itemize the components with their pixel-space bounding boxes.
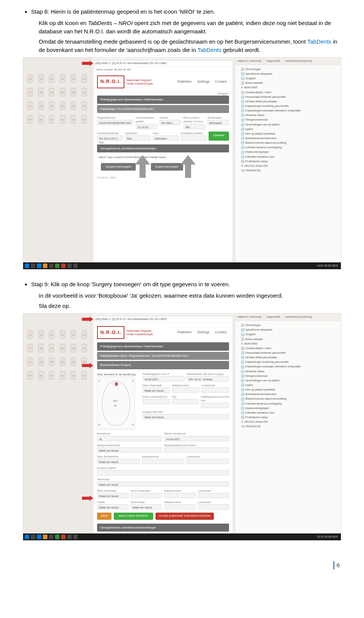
tree-item[interactable]: 5. PROCES ANALYSE bbox=[237, 164, 339, 168]
noobbio-field[interactable] bbox=[97, 470, 229, 475]
tree-item[interactable]: Verrichtingen bbox=[237, 67, 339, 72]
tree-item[interactable]: Botniveau/botvermeerders bbox=[237, 136, 339, 141]
taskbar-icon[interactable] bbox=[73, 535, 78, 539]
close-archive-button[interactable]: CLOSE & ARCHIVE THIS REGISTRATION bbox=[155, 513, 214, 519]
nav-contact[interactable]: Contact bbox=[215, 330, 227, 334]
tab-planning[interactable]: Geïndiceerde planning bbox=[283, 314, 314, 320]
tree-item[interactable]: Verhaal deficit parodontaal bbox=[237, 355, 339, 360]
tree-item[interactable]: Prothetische status bbox=[237, 159, 339, 164]
lotnr-field[interactable] bbox=[202, 387, 229, 393]
tree-item[interactable]: Zorgplan bbox=[237, 76, 339, 81]
artnr4-field[interactable] bbox=[164, 504, 196, 510]
tree-item[interactable]: Medische status bbox=[237, 113, 339, 118]
tree-item[interactable]: Edentate esthetisch vast bbox=[237, 155, 339, 159]
bottechniek-anders-field[interactable] bbox=[164, 447, 229, 453]
taskbar-icon[interactable] bbox=[49, 264, 53, 268]
aanhef-field[interactable]: Dhr Mevr bbox=[160, 120, 181, 125]
uitloggen-link[interactable]: Uitloggen bbox=[93, 92, 233, 96]
tree-item[interactable]: Implantologie monitoring parodontitis bbox=[237, 104, 339, 108]
taskbar-icon[interactable] bbox=[61, 264, 66, 268]
index-field[interactable] bbox=[143, 399, 169, 404]
nav-contact[interactable]: Contact bbox=[215, 80, 227, 83]
tree-item[interactable]: Verhaal deficit parodontaal bbox=[237, 99, 339, 104]
tree-item[interactable]: Sondeerdiepte / Index bbox=[237, 90, 339, 95]
tree-item[interactable]: Implantologie monitoring parodontitis bbox=[237, 360, 339, 364]
merkmem-field[interactable]: Maak een keuze bbox=[97, 493, 129, 498]
tree-item[interactable]: Röntgenonderzoek bbox=[237, 118, 339, 122]
nav-settings[interactable]: Settings bbox=[197, 330, 210, 334]
taskbar-icon[interactable] bbox=[55, 264, 60, 268]
taskbar-icon[interactable] bbox=[49, 535, 53, 539]
save-button[interactable]: SAVE bbox=[97, 513, 111, 519]
tab-intake[interactable]: Intake en onderzoek bbox=[235, 314, 264, 320]
tree-item[interactable]: Lijsten bbox=[237, 383, 339, 387]
opslaan-button[interactable]: Opslaan bbox=[209, 132, 229, 141]
teeth-diagram[interactable]: EU -11 1 2 3 4 bbox=[97, 376, 135, 430]
tree-item[interactable]: 4. ANATOMIE bbox=[237, 85, 339, 90]
tree-item[interactable]: Intakeoverwegingen bbox=[237, 150, 339, 154]
surgery-toevoegen-button[interactable]: Surgery toevoegen bbox=[101, 163, 136, 171]
taskbar-icon[interactable] bbox=[37, 535, 41, 539]
tab-intake[interactable]: Intake en onderzoek bbox=[235, 58, 264, 64]
taskbar-icon[interactable] bbox=[31, 535, 35, 539]
nav-settings[interactable]: Settings bbox=[197, 80, 210, 83]
tab-diagnostiek[interactable]: Diagnostiek bbox=[264, 314, 283, 320]
tree-item[interactable]: Prothetische status bbox=[237, 415, 339, 420]
artnr-field[interactable] bbox=[172, 387, 199, 393]
taskbar-icon[interactable] bbox=[67, 264, 72, 268]
lotnr4-field[interactable] bbox=[198, 504, 229, 510]
tree-item[interactable]: Intro op plaats implantaat bbox=[237, 132, 339, 136]
tree-item[interactable]: Vervrichtingen van de patiënt bbox=[237, 122, 339, 127]
plaatsing-field[interactable]: 24-08-2015 bbox=[143, 376, 185, 381]
artnr3-field[interactable] bbox=[164, 493, 196, 498]
datumbot-field[interactable]: 24-08-2015 bbox=[164, 436, 229, 441]
tree-item[interactable]: Extractie-tandloos-overkapping bbox=[237, 402, 339, 406]
behandelaar-field[interactable]: Dhr. Drs E. Jonklaar bbox=[187, 376, 229, 381]
taskbar-icon[interactable] bbox=[73, 264, 78, 268]
tree-item[interactable]: Zorgplan bbox=[237, 332, 339, 337]
nav-patienten[interactable]: Patiënten bbox=[177, 330, 191, 334]
tree-item[interactable]: 5. PROCES ANALYSE bbox=[237, 420, 339, 424]
tree-item[interactable]: 10. PROGNOSE bbox=[237, 168, 339, 173]
tree-item[interactable]: Implantologie endossale esthetisch resta… bbox=[237, 108, 339, 113]
tree-item[interactable]: Beeldvormende status-beoordeling bbox=[237, 141, 339, 145]
supra-toevoegen-button[interactable]: Supra toevoegen bbox=[151, 163, 183, 171]
soortfixatie-field[interactable]: Maak een keuze bbox=[131, 504, 162, 510]
taskbar-icon[interactable] bbox=[55, 535, 60, 539]
tree-item[interactable]: Medische status bbox=[237, 369, 339, 374]
tree-item[interactable]: Intro op plaats implantaat bbox=[237, 387, 339, 392]
land-field[interactable]: Nederland bbox=[153, 135, 179, 141]
tree-item[interactable]: Extractie-tandloos-overkapping bbox=[237, 145, 339, 150]
hoofdbehandelaar-field[interactable]: Dhr Drs N.R.O.I. Imp. bbox=[97, 135, 123, 141]
tree-item[interactable]: Botniveau/botvermeerders bbox=[237, 392, 339, 397]
registratiecode-field[interactable]: 3110194879048E!MPLANT bbox=[97, 120, 133, 125]
email-field[interactable] bbox=[181, 135, 207, 141]
tree-item[interactable]: Parodontaal behandel parodontitis bbox=[237, 351, 339, 355]
lotnr2-field[interactable] bbox=[187, 459, 229, 464]
merkvul-field[interactable]: Maak een keuze bbox=[97, 459, 140, 464]
taskbar-icon[interactable] bbox=[61, 535, 66, 539]
taskbar-icon[interactable] bbox=[31, 264, 35, 268]
taskbar-icon[interactable] bbox=[43, 264, 47, 268]
botopbouw-field[interactable]: Ja bbox=[97, 436, 162, 441]
achternaam-field[interactable]: Betimplant bbox=[207, 120, 229, 125]
soortmem-field[interactable] bbox=[131, 493, 162, 498]
merk-implantaat-field[interactable]: Maak een keuze bbox=[143, 387, 170, 393]
bottechniek-field[interactable]: Maak een keuze bbox=[97, 447, 162, 453]
tree-item[interactable]: 10. PROGNOSE bbox=[237, 424, 339, 429]
tree-item[interactable]: Implantologie endossale esthetisch resta… bbox=[237, 364, 339, 369]
start-icon[interactable] bbox=[25, 535, 29, 539]
isq-field[interactable] bbox=[172, 399, 199, 404]
save-new-button[interactable]: SAVE & NEW SURGERY bbox=[114, 513, 153, 519]
nav-patienten[interactable]: Patiënten bbox=[177, 80, 191, 83]
tree-item[interactable]: Verrichtingen bbox=[237, 323, 339, 328]
tree-item[interactable]: 4. ANATOMIE bbox=[237, 342, 339, 346]
tree-item[interactable]: Beeldvormende status-beoordeling bbox=[237, 397, 339, 401]
lotnr3-field[interactable] bbox=[198, 493, 229, 498]
tree-item[interactable]: Lijsten bbox=[237, 127, 339, 132]
geboortedatum-field[interactable]: 31-10-19.. bbox=[136, 124, 157, 129]
healing-field[interactable] bbox=[201, 403, 229, 408]
artnr2-field[interactable] bbox=[142, 459, 184, 464]
tree-item[interactable]: Notia evaluatie bbox=[237, 337, 339, 342]
tree-item[interactable]: Edentate esthetisch vast bbox=[237, 411, 339, 415]
